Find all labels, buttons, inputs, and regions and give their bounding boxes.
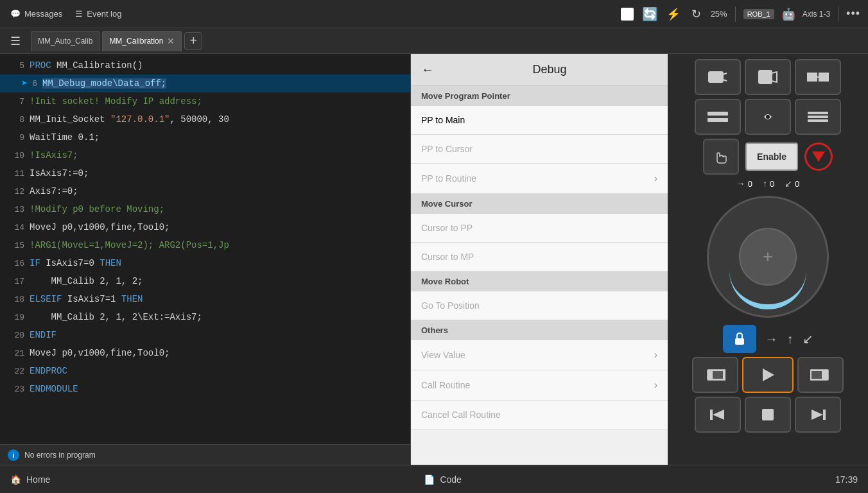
enable-button[interactable]: Enable (745, 143, 798, 171)
estop-icon (812, 151, 825, 162)
code-line-20: 20 ENDIF (0, 326, 410, 344)
rp-row-2 (695, 99, 841, 135)
svg-rect-5 (808, 73, 817, 81)
coord-display: → 0 ↑ 0 ↙ 0 (736, 178, 800, 189)
code-panel: 5 PROC MM_Calibration() ➤ 6 MM_Debug_mod… (0, 54, 411, 465)
debug-item-pp-to-main[interactable]: PP to Main (411, 106, 668, 135)
axis-label: Axis 1-3 (803, 10, 830, 19)
code-line-17: 17 MM_Calib 2, 1, 2; (0, 272, 410, 290)
eventlog-nav[interactable]: ☰ Event log (75, 9, 121, 19)
action-btn-1[interactable] (695, 99, 741, 135)
svg-rect-26 (762, 409, 774, 420)
tool-btn-2[interactable] (745, 59, 791, 95)
coord-move-x[interactable]: → (765, 332, 778, 347)
code-line-8: 8 MM_Init_Socket "127.0.0.1", 50000, 30 (0, 110, 410, 128)
stop-button-2[interactable] (745, 397, 791, 433)
svg-point-4 (762, 74, 767, 80)
view-value-arrow: › (654, 349, 657, 361)
more-options-button[interactable]: ••• (846, 7, 860, 21)
code-line-21: 21 MoveJ p0,v1000,fine,Tool0; (0, 344, 410, 362)
rob-badge: ROB_1 (743, 9, 774, 19)
code-icon: 📄 (424, 474, 435, 485)
code-nav[interactable]: 📄 Code (424, 474, 461, 485)
code-label: Code (440, 474, 461, 485)
bottom-time: 17:39 (835, 474, 858, 485)
section-header-others: Others (411, 320, 668, 340)
lock-button[interactable] (723, 325, 756, 353)
rp-control-row-2 (695, 397, 841, 433)
stop-button[interactable] (618, 5, 636, 23)
debug-back-button[interactable]: ← (421, 62, 434, 77)
messages-label: Messages (24, 9, 62, 19)
pp-to-cursor-label: PP to Cursor (421, 144, 657, 154)
rp-lock-row: → ↑ ↙ (723, 325, 813, 353)
tool-btn-1[interactable] (695, 59, 741, 95)
debug-item-call-routine: Call Routine › (411, 370, 668, 401)
tab-close-button[interactable]: ✕ (167, 36, 175, 46)
code-line-12: 12 Axis7:=0; (0, 182, 410, 200)
svg-rect-14 (735, 338, 744, 345)
debug-item-cancel-call-routine: Cancel Call Routine (411, 401, 668, 429)
coord-move-z[interactable]: ↙ (803, 331, 813, 347)
code-line-6: ➤ 6 MM_Debug_mode\Data_off; (0, 74, 410, 92)
tool-btn-3[interactable] (795, 59, 841, 95)
home-nav[interactable]: 🏠 Home (10, 474, 50, 485)
skip-back-button[interactable] (695, 397, 741, 433)
code-line-15: 15 !ARG1(MoveL=1,MoveJ=2); ARG2(Pos=1,Jp (0, 236, 410, 254)
debug-title: Debug (442, 63, 657, 76)
code-line-19: 19 MM_Calib 2, 1, 2\Ext:=Axis7; (0, 308, 410, 326)
svg-marker-19 (763, 368, 774, 381)
skip-forward-button[interactable] (795, 397, 841, 433)
home-label: Home (26, 474, 50, 485)
coord-z-arrow: ↙ (785, 178, 792, 189)
cancel-call-routine-label: Cancel Call Routine (421, 410, 657, 420)
debug-item-pp-to-routine: PP to Routine › (411, 164, 668, 194)
tab-label-1: MM_Auto_Calib (38, 37, 92, 46)
code-line-11: 11 IsAxis7:=0; (0, 164, 410, 182)
debug-item-cursor-to-mp: Cursor to MP (411, 243, 668, 272)
hand-icon-btn[interactable] (703, 139, 739, 175)
code-line-14: 14 MoveJ p0,v1000,fine,Tool0; (0, 218, 410, 236)
svg-rect-0 (709, 72, 723, 82)
cursor-to-pp-label: Cursor to PP (421, 223, 657, 233)
coord-x-arrow: → (736, 178, 745, 189)
debug-item-cursor-to-pp: Cursor to PP (411, 214, 668, 243)
debug-content: Move Program Pointer PP to Main PP to Cu… (411, 86, 668, 465)
estop-button[interactable] (804, 143, 833, 171)
messages-nav[interactable]: 💬 Messages (10, 9, 62, 19)
debug-item-go-to-position: Go To Position (411, 291, 668, 320)
divider2 (838, 6, 838, 22)
coord-move-y[interactable]: ↑ (787, 332, 794, 347)
call-routine-label: Call Routine (421, 380, 654, 390)
svg-rect-13 (808, 119, 828, 122)
play-button[interactable] (742, 357, 794, 393)
call-routine-arrow: › (654, 379, 657, 391)
hamburger-menu[interactable]: ☰ (5, 31, 26, 51)
add-tab-button[interactable]: + (184, 32, 202, 50)
svg-point-10 (766, 115, 770, 119)
coord-z-val: 0 (795, 179, 799, 189)
joystick[interactable]: + (704, 193, 832, 321)
rp-enable-row: Enable (703, 139, 833, 175)
eventlog-icon: ☰ (75, 9, 83, 19)
svg-rect-18 (713, 371, 723, 379)
coord-x-val: 0 (748, 179, 752, 189)
rewind-start-button[interactable] (692, 357, 738, 393)
action-btn-2[interactable] (745, 99, 791, 135)
tab-mm-auto-calib[interactable]: MM_Auto_Calib (31, 31, 100, 51)
step-button[interactable] (797, 357, 844, 393)
code-line-9: 9 WaitTime 0.1; (0, 128, 410, 146)
coord-y-arrow: ↑ (763, 178, 767, 189)
bottom-nav: 🏠 Home 📄 Code 17:39 (0, 465, 868, 493)
rp-control-row-1 (692, 357, 844, 393)
robot-icon: 🤖 (779, 5, 797, 23)
code-editor[interactable]: 5 PROC MM_Calibration() ➤ 6 MM_Debug_mod… (0, 54, 410, 444)
sync-icon: 🔄 (641, 5, 659, 23)
action-btn-3[interactable] (795, 99, 841, 135)
go-to-position-label: Go To Position (421, 300, 657, 311)
svg-rect-25 (710, 410, 713, 420)
coord-y-val: 0 (770, 179, 774, 189)
divider (735, 6, 736, 22)
tab-mm-calibration[interactable]: MM_Calibration ✕ (102, 31, 182, 51)
debug-header: ← Debug (411, 54, 668, 86)
